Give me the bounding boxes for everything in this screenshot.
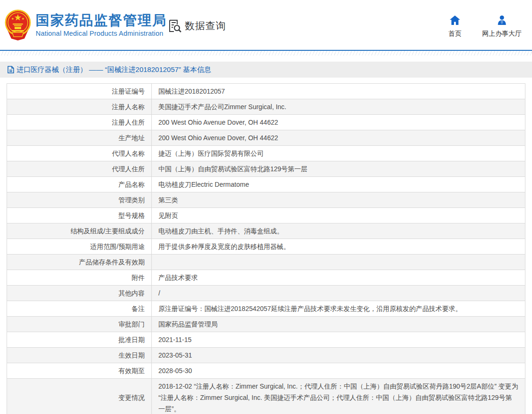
row-value: 见附页 (152, 208, 525, 223)
site-title-block: 国家药品监督管理局 National Medical Products Admi… (36, 13, 167, 37)
table-row: 代理人名称 捷迈（上海）医疗国际贸易有限公司 (7, 146, 525, 161)
row-value: 美国捷迈手术产品公司Zimmer Surgical, Inc. (152, 99, 525, 115)
row-value: / (152, 286, 525, 301)
row-value: 国械注进20182012057 (152, 84, 525, 99)
table-row: 代理人住所 中国（上海）自由贸易试验区富特北路129号第一层 (7, 161, 525, 177)
document-icon (8, 66, 14, 73)
page-header: 国家药品监督管理局 National Medical Products Admi… (0, 0, 532, 50)
nav-service-hall-label: 网上办事大厅 (482, 30, 522, 38)
row-label: 批准日期 (7, 332, 152, 348)
table-row: 批准日期 2021-11-15 (7, 332, 525, 348)
row-label: 注册人住所 (7, 115, 152, 130)
row-value: 2021-11-15 (152, 332, 525, 348)
table-row: 注册证编号 国械注进20182012057 (7, 84, 525, 99)
nav-item-home[interactable]: 首页 (448, 15, 462, 38)
info-table-body: 注册证编号 国械注进20182012057 注册人名称 美国捷迈手术产品公司Zi… (7, 84, 525, 414)
row-value (152, 255, 525, 270)
nav-item-service-hall[interactable]: 网上办事大厅 (482, 15, 522, 38)
site-subtitle: National Medical Products Administration (36, 30, 167, 37)
registration-info-table-wrap: 注册证编号 国械注进20182012057 注册人名称 美国捷迈手术产品公司Zi… (7, 83, 525, 414)
user-icon (496, 15, 508, 25)
row-label: 注册人名称 (7, 99, 152, 115)
row-value: 用于提供多种厚度及宽度的皮肤移植用器械。 (152, 239, 525, 255)
site-title: 国家药品监督管理局 (36, 13, 167, 28)
data-query-label: 数据查询 (185, 19, 226, 32)
row-label: 型号规格 (7, 208, 152, 223)
table-row: 注册人名称 美国捷迈手术产品公司Zimmer Surgical, Inc. (7, 99, 525, 115)
row-value: 电动植皮刀由主机、手持件、消毒盒组成。 (152, 223, 525, 239)
table-row: 附件 产品技术要求 (7, 270, 525, 286)
table-row: 产品名称 电动植皮刀Electric Dermatome (7, 177, 525, 192)
row-label: 变更情况 (7, 379, 152, 414)
nav-home-label: 首页 (448, 30, 462, 38)
table-row: 管理类别 第三类 (7, 192, 525, 208)
table-row: 注册人住所 200 West Ohio Avenue Dover, OH 446… (7, 115, 525, 130)
home-icon (449, 15, 461, 25)
table-row: 其他内容 / (7, 286, 525, 301)
row-label: 生产地址 (7, 130, 152, 146)
table-row: 生效日期 2023-05-31 (7, 348, 525, 363)
table-row: 产品储存条件及有效期 (7, 255, 525, 270)
row-label: 产品名称 (7, 177, 152, 192)
row-value: 200 West Ohio Avenue Dover, OH 44622 (152, 130, 525, 146)
top-nav: 首页 网上办事大厅 (448, 15, 522, 38)
row-label: 有效期至 (7, 363, 152, 379)
data-query-section[interactable]: 数据查询 (168, 19, 226, 33)
row-value: 原注册证编号：国械注进20182542057延续注册产品技术要求未发生变化，沿用… (152, 301, 525, 317)
row-value: 电动植皮刀Electric Dermatome (152, 177, 525, 192)
breadcrumb: 进口医疗器械（注册） —— “国械注进20182012057” 基本信息 (0, 62, 532, 78)
row-value: 2018-12-02 “注册人名称：Zimmer Surgical, Inc.；… (152, 379, 525, 414)
row-label: 附件 (7, 270, 152, 286)
national-emblem-icon (5, 9, 31, 40)
row-label: 代理人名称 (7, 146, 152, 161)
row-label: 审批部门 (7, 317, 152, 332)
row-label: 注册证编号 (7, 84, 152, 99)
row-value: 捷迈（上海）医疗国际贸易有限公司 (152, 146, 525, 161)
row-label: 备注 (7, 301, 152, 317)
header-hatch-band (0, 51, 532, 56)
table-row: 备注 原注册证编号：国械注进20182542057延续注册产品技术要求未发生变化… (7, 301, 525, 317)
row-label: 管理类别 (7, 192, 152, 208)
row-value: 国家药品监督管理局 (152, 317, 525, 332)
row-label: 产品储存条件及有效期 (7, 255, 152, 270)
row-value: 2028-05-30 (152, 363, 525, 379)
table-row: 生产地址 200 West Ohio Avenue Dover, OH 4462… (7, 130, 525, 146)
table-row: 变更情况 2018-12-02 “注册人名称：Zimmer Surgical, … (7, 379, 525, 414)
row-value: 2023-05-31 (152, 348, 525, 363)
table-row: 结构及组成/主要组成成分 电动植皮刀由主机、手持件、消毒盒组成。 (7, 223, 525, 239)
row-value: 产品技术要求 (152, 270, 525, 286)
table-row: 适用范围/预期用途 用于提供多种厚度及宽度的皮肤移植用器械。 (7, 239, 525, 255)
table-row: 审批部门 国家药品监督管理局 (7, 317, 525, 332)
registration-info-table: 注册证编号 国械注进20182012057 注册人名称 美国捷迈手术产品公司Zi… (7, 83, 525, 414)
row-label: 适用范围/预期用途 (7, 239, 152, 255)
row-label: 其他内容 (7, 286, 152, 301)
row-label: 生效日期 (7, 348, 152, 363)
row-value: 200 West Ohio Avenue Dover, OH 44622 (152, 115, 525, 130)
document-search-icon (168, 19, 182, 33)
breadcrumb-text: 进口医疗器械（注册） —— “国械注进20182012057” 基本信息 (16, 62, 211, 78)
row-value: 中国（上海）自由贸易试验区富特北路129号第一层 (152, 161, 525, 177)
table-row: 型号规格 见附页 (7, 208, 525, 223)
row-label: 代理人住所 (7, 161, 152, 177)
row-value: 第三类 (152, 192, 525, 208)
table-row: 有效期至 2028-05-30 (7, 363, 525, 379)
row-label: 结构及组成/主要组成成分 (7, 223, 152, 239)
